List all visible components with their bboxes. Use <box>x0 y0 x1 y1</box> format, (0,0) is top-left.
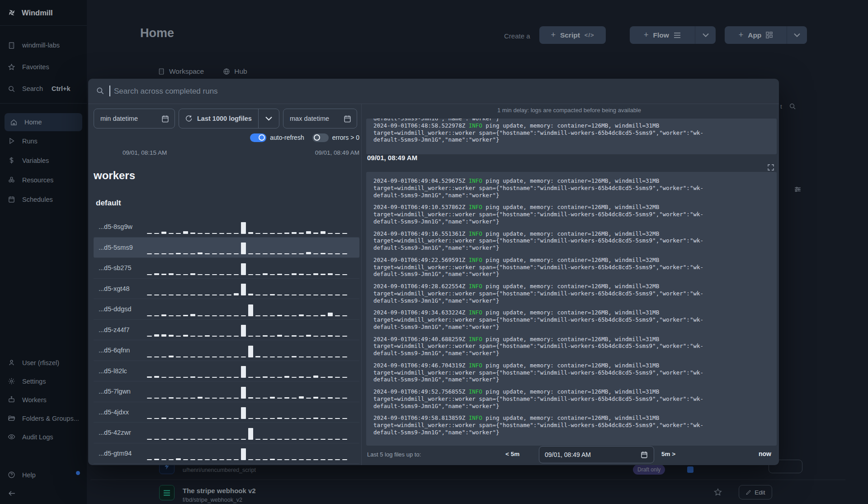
worker-name: ...d5-l82lc <box>99 367 127 375</box>
log-entry: 2024-09-01T06:49:46.704319Z INFO ping up… <box>373 362 769 383</box>
log-level: INFO <box>469 204 482 210</box>
log-entry: 2024-09-01T06:49:16.551361Z INFO ping up… <box>373 230 769 252</box>
back-5m-button[interactable]: < 5m <box>505 451 519 457</box>
divider <box>88 104 779 104</box>
worker-activity-sparkline <box>147 220 356 234</box>
worker-name: ...d5-gtm94 <box>99 450 132 457</box>
log-delay-notice: 1 min delay: logs are compacted before b… <box>362 107 777 114</box>
forward-5m-button[interactable]: 5m > <box>661 451 675 457</box>
worker-group-name: default <box>96 199 121 208</box>
worker-row[interactable]: ...d5-4jdxx <box>94 402 359 423</box>
range-start-time: 09/01, 08:15 AM <box>123 149 167 156</box>
range-end-time: 09/01, 08:49 AM <box>315 149 359 156</box>
worker-row[interactable]: ...d5-gtm94 <box>94 443 359 464</box>
log-entry: 2024-09-01T06:49:28.622554Z INFO ping up… <box>373 283 769 304</box>
calendar-icon[interactable] <box>343 114 352 123</box>
log-footer-label: Last 5 log files up to: <box>367 451 421 458</box>
worker-row[interactable]: ...d5-5sms9 <box>94 238 359 258</box>
calendar-icon[interactable] <box>640 451 648 459</box>
log-entry: 2024-09-01T06:49:04.529675Z INFO ping up… <box>373 177 769 199</box>
worker-row[interactable]: ...d5-42zwr <box>94 423 359 443</box>
worker-activity-sparkline <box>147 426 356 440</box>
worker-name: ...d5-ddgsd <box>99 305 132 313</box>
worker-row[interactable]: ...d5-6qfnn <box>94 340 359 361</box>
log-level: INFO <box>469 122 482 129</box>
worker-activity-sparkline <box>147 323 356 337</box>
log-section-header: 09/01, 08:49 AM <box>367 154 417 162</box>
panel-divider <box>361 104 362 465</box>
workers-title: workers <box>94 169 135 182</box>
now-button[interactable]: now <box>759 450 771 457</box>
log-level: INFO <box>469 177 482 184</box>
worker-activity-sparkline <box>147 302 356 316</box>
log-entry: 2024-09-01T06:49:40.688259Z INFO ping up… <box>373 336 769 357</box>
worker-activity-sparkline <box>147 343 356 357</box>
log-entry: 2024-09-01T06:49:22.569591Z INFO ping up… <box>373 257 769 278</box>
worker-row[interactable]: ...d5-z44f7 <box>94 320 359 341</box>
refresh-icon <box>185 115 192 122</box>
log-tail-line: default-5sms9-Jmn1G","name":"worker"} <box>373 119 705 122</box>
log-level: INFO <box>469 309 482 316</box>
errors-label: errors > 0 <box>332 134 359 141</box>
worker-name: ...d5-4jdxx <box>99 409 129 416</box>
worker-name: ...d5-z44f7 <box>99 326 130 333</box>
log-datetime-picker[interactable]: 09/01, 08:49 AM <box>539 446 654 463</box>
errors-toggle[interactable] <box>312 133 329 142</box>
worker-name: ...d5-8sg9w <box>99 223 132 230</box>
runs-search-modal: min datetime Last 1000 logfiles max date… <box>88 79 779 465</box>
worker-row[interactable]: ...d5-ddgsd <box>94 299 359 320</box>
log-entry: 2024-09-01T06:49:58.813859Z INFO ping up… <box>373 414 769 436</box>
log-entry: 2024-09-01T06:49:52.756855Z INFO ping up… <box>373 388 769 409</box>
runs-search-bar[interactable] <box>88 79 779 104</box>
search-icon <box>96 86 104 95</box>
expand-icon[interactable] <box>767 164 774 171</box>
max-datetime-picker[interactable]: max datetime <box>283 109 357 128</box>
worker-activity-sparkline <box>147 405 356 419</box>
calendar-icon[interactable] <box>161 114 170 123</box>
log-level: INFO <box>469 230 482 237</box>
worker-activity-sparkline <box>147 447 356 461</box>
worker-name: ...d5-5sms9 <box>99 244 133 251</box>
logfiles-select[interactable]: Last 1000 logfiles <box>179 109 279 128</box>
min-datetime-picker[interactable]: min datetime <box>94 109 175 128</box>
log-entry: 2024-09-01T06:49:10.537862Z INFO ping up… <box>373 204 769 225</box>
log-level: INFO <box>469 414 482 421</box>
log-entries-block: 2024-09-01T06:49:04.529675Z INFO ping up… <box>366 172 777 446</box>
worker-activity-sparkline <box>147 241 356 255</box>
worker-row[interactable]: ...d5-sb275 <box>94 258 359 279</box>
worker-activity-sparkline <box>147 261 356 275</box>
log-level: INFO <box>469 388 482 395</box>
text-caret <box>109 86 110 96</box>
worker-name: ...d5-xgt48 <box>99 285 130 292</box>
log-level: INFO <box>469 336 482 342</box>
worker-row[interactable]: ...d5-xgt48 <box>94 279 359 300</box>
previous-log-block: default-5sms9-Jmn1G","name":"worker"} 20… <box>366 119 777 154</box>
worker-name: ...d5-6qfnn <box>99 347 130 354</box>
worker-activity-sparkline <box>147 385 356 399</box>
auto-refresh-label: auto-refresh <box>270 134 304 141</box>
log-level: INFO <box>469 362 482 369</box>
worker-activity-sparkline <box>147 282 356 296</box>
runs-search-input[interactable] <box>114 83 521 100</box>
log-level: INFO <box>469 283 482 290</box>
auto-refresh-toggle[interactable] <box>250 133 266 142</box>
log-level: INFO <box>469 257 482 263</box>
worker-name: ...d5-7lgwn <box>99 388 131 395</box>
worker-name: ...d5-42zwr <box>99 429 131 436</box>
worker-activity-sparkline <box>147 364 356 378</box>
log-entry: 2024-09-01T06:48:58.522978Z INFO ping up… <box>373 122 769 143</box>
worker-row[interactable]: ...d5-l82lc <box>94 361 359 382</box>
worker-row[interactable]: ...d5-8sg9w <box>94 217 359 238</box>
previous-log-entry: 2024-09-01T06:48:58.522978Z INFO ping up… <box>373 122 769 143</box>
worker-name: ...d5-sb275 <box>99 264 132 271</box>
log-entry: 2024-09-01T06:49:34.633224Z INFO ping up… <box>373 309 769 330</box>
worker-list: ...d5-8sg9w...d5-5sms9...d5-sb275...d5-x… <box>94 217 359 464</box>
chevron-down-icon[interactable] <box>259 116 279 121</box>
worker-row[interactable]: ...d5-7lgwn <box>94 381 359 402</box>
log-footer: Last 5 log files up to: < 5m 09/01, 08:4… <box>362 446 777 465</box>
